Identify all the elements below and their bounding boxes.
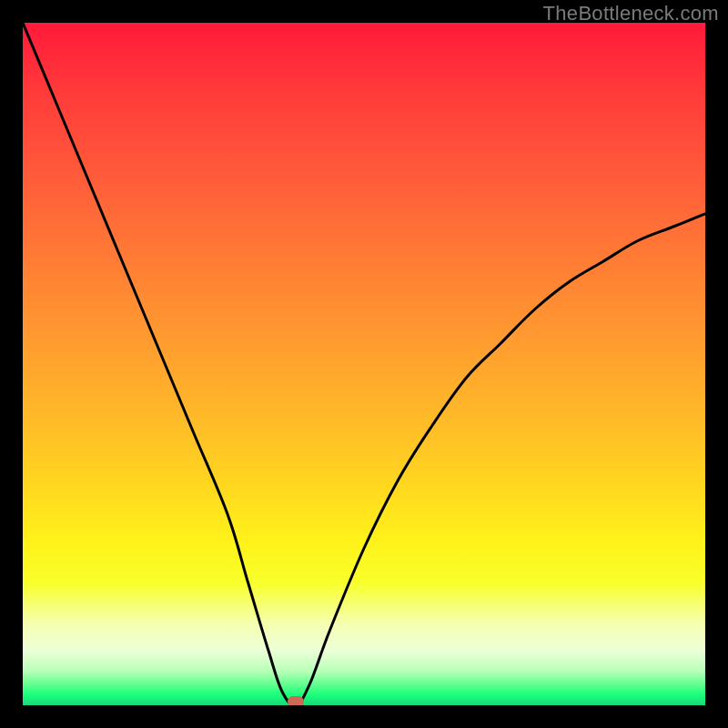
chart-frame: TheBottleneck.com [0, 0, 728, 728]
plot-area [23, 23, 705, 705]
bottleneck-curve [23, 23, 705, 705]
minimum-marker [288, 696, 304, 705]
curve-svg [23, 23, 705, 705]
watermark-text: TheBottleneck.com [543, 2, 719, 25]
